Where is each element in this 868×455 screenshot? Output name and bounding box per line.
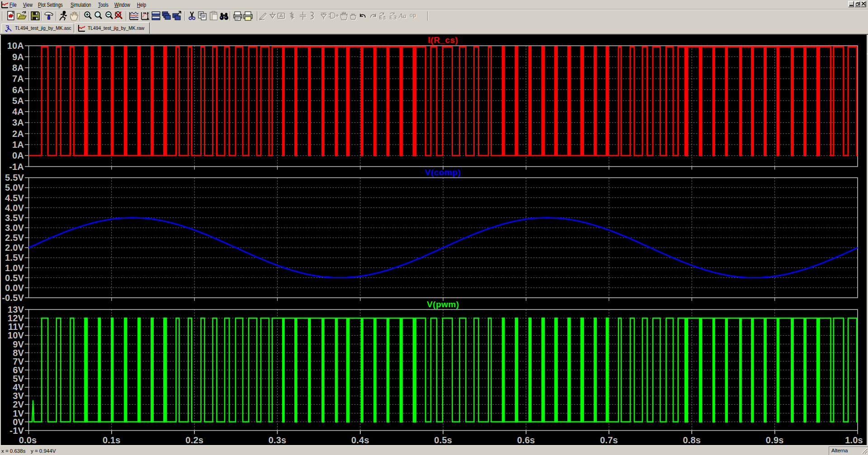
svg-text:0.3s: 0.3s xyxy=(269,435,287,445)
svg-text:8A: 8A xyxy=(12,63,24,73)
svg-text:0.0s: 0.0s xyxy=(19,435,37,445)
svg-text:5.5V: 5.5V xyxy=(5,173,24,183)
svg-text:Aa: Aa xyxy=(398,12,406,19)
svg-text:-1V: -1V xyxy=(9,426,24,436)
svg-text:4A: 4A xyxy=(12,107,24,117)
svg-text:I(R_cs): I(R_cs) xyxy=(428,35,458,45)
svg-text:-0.5V: -0.5V xyxy=(2,293,24,303)
svg-text:0.1s: 0.1s xyxy=(103,435,121,445)
svg-text:3.5V: 3.5V xyxy=(5,213,24,223)
svg-text:5.0V: 5.0V xyxy=(5,183,24,192)
svg-text:0.4s: 0.4s xyxy=(351,435,369,445)
svg-text:0.0V: 0.0V xyxy=(5,283,24,293)
svg-text:2.0V: 2.0V xyxy=(5,243,24,253)
svg-text:1A: 1A xyxy=(12,140,24,150)
svg-text:0.2s: 0.2s xyxy=(185,435,203,445)
svg-text:V(pwm): V(pwm) xyxy=(427,300,459,309)
svg-text:0.8s: 0.8s xyxy=(683,435,701,445)
svg-text:1.0V: 1.0V xyxy=(5,263,24,273)
svg-text:0.6s: 0.6s xyxy=(517,435,535,445)
svg-text:0A: 0A xyxy=(12,150,24,160)
svg-text:5A: 5A xyxy=(12,96,24,106)
svg-text:9A: 9A xyxy=(12,52,24,62)
svg-text:10A: 10A xyxy=(7,41,24,51)
svg-text:0.7s: 0.7s xyxy=(600,435,618,445)
svg-text:-1A: -1A xyxy=(9,162,24,172)
svg-text:0.9s: 0.9s xyxy=(766,435,784,445)
svg-text:7A: 7A xyxy=(12,74,24,84)
svg-text:0.5V: 0.5V xyxy=(5,273,24,283)
svg-text:2.5V: 2.5V xyxy=(5,233,24,243)
svg-text:op: op xyxy=(410,13,416,19)
svg-text:3.0V: 3.0V xyxy=(5,223,24,233)
svg-text:0.5s: 0.5s xyxy=(434,435,452,445)
svg-text:4.0V: 4.0V xyxy=(5,203,24,213)
svg-text:3A: 3A xyxy=(12,117,24,127)
svg-text:1.5V: 1.5V xyxy=(5,253,24,263)
svg-text:6A: 6A xyxy=(12,85,24,95)
svg-text:2A: 2A xyxy=(12,129,24,139)
svg-text:4.5V: 4.5V xyxy=(5,193,24,203)
svg-text:1.0s: 1.0s xyxy=(845,435,863,445)
svg-text:V(comp): V(comp) xyxy=(425,168,461,177)
